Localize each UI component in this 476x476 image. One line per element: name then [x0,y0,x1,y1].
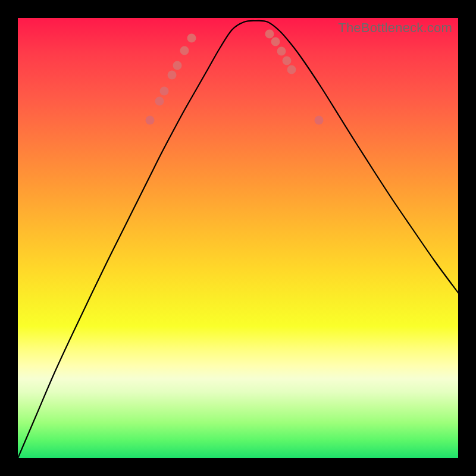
chart-markers [146,23,324,125]
curve-marker-pill [207,23,255,25]
curve-marker-dot [271,37,280,46]
curve-marker-dot [287,65,296,74]
curve-marker-pill [302,89,315,113]
chart-frame: TheBottleneck.com [0,0,476,476]
curve-marker-dot [265,30,274,39]
curve-marker-dot [277,47,286,56]
curve-marker-dot [155,97,164,106]
curve-marker-dot [160,87,169,96]
curve-marker-dot [168,71,177,80]
curve-marker-dot [315,116,324,125]
chart-svg [18,18,458,458]
curve-marker-dot [146,116,155,125]
plot-area: TheBottleneck.com [18,18,458,458]
curve-marker-dot [187,34,196,43]
bottleneck-curve [18,21,458,458]
curve-marker-dot [283,57,292,65]
curve-marker-dot [180,46,189,55]
curve-marker-dot [173,61,182,70]
